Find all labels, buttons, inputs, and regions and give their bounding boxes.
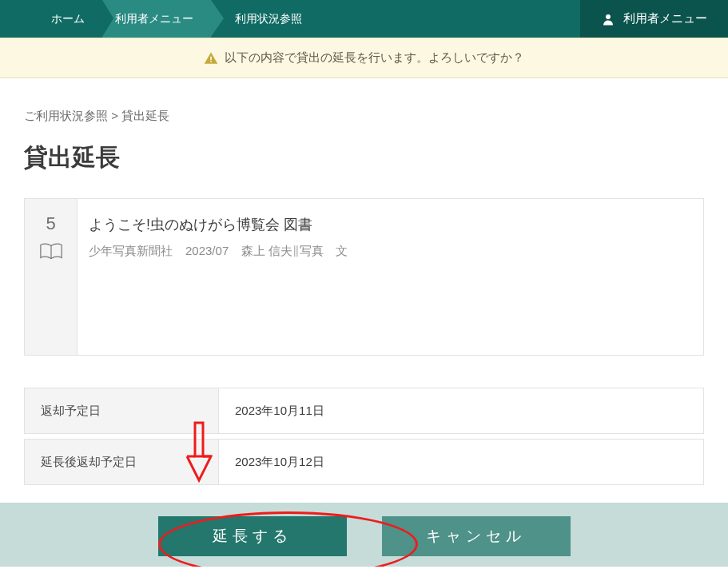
extend-button-label: 延長する xyxy=(213,526,292,547)
confirmation-banner: 以下の内容で貸出の延長を行います。よろしいですか？ xyxy=(0,38,728,78)
user-icon xyxy=(601,12,615,26)
return-date-row: 返却予定日 2023年10月11日 xyxy=(24,388,704,434)
nav-status-label: 利用状況参照 xyxy=(235,12,302,26)
loan-item-author: 森上 信夫∥写真 文 xyxy=(241,244,348,257)
svg-rect-2 xyxy=(210,61,212,62)
breadcrumb-parent[interactable]: ご利用状況参照 xyxy=(24,109,108,122)
cancel-button-label: キャンセル xyxy=(426,526,526,547)
nav-user-menu[interactable]: 利用者メニュー xyxy=(102,0,211,38)
svg-rect-1 xyxy=(210,56,212,60)
warning-icon xyxy=(204,51,218,66)
breadcrumb-sep: > xyxy=(108,109,121,122)
svg-point-0 xyxy=(606,14,611,19)
cancel-button[interactable]: キャンセル xyxy=(382,516,571,556)
confirmation-text: 以下の内容で貸出の延長を行います。よろしいですか？ xyxy=(225,50,524,66)
extend-button[interactable]: 延長する xyxy=(158,516,347,556)
nav-user-menu-label: 利用者メニュー xyxy=(115,12,193,26)
loan-item-card: 5 ようこそ!虫のぬけがら博覧会 図書 少年写真新聞社2023/07森上 信夫∥… xyxy=(24,198,704,356)
return-date-value: 2023年10月11日 xyxy=(219,388,703,433)
nav-status[interactable]: 利用状況参照 xyxy=(211,0,320,38)
loan-item-publisher: 少年写真新聞社 xyxy=(89,244,173,257)
nav-home[interactable]: ホーム xyxy=(38,0,102,38)
page-title: 貸出延長 xyxy=(24,141,704,174)
top-navbar: ホーム 利用者メニュー 利用状況参照 利用者メニュー xyxy=(0,0,728,38)
nav-home-label: ホーム xyxy=(51,12,85,26)
action-bar: 延長する キャンセル xyxy=(0,503,728,567)
breadcrumb-current: 貸出延長 xyxy=(121,109,169,122)
book-icon xyxy=(39,242,63,261)
extended-return-date-label: 延長後返却予定日 xyxy=(25,440,219,484)
return-date-label: 返却予定日 xyxy=(25,388,219,433)
loan-item-index-col: 5 xyxy=(25,199,78,355)
extended-return-date-value: 2023年10月12日 xyxy=(219,440,703,484)
breadcrumb: ご利用状況参照 > 貸出延長 xyxy=(24,109,704,124)
user-menu-label: 利用者メニュー xyxy=(623,11,707,26)
loan-item-title: ようこそ!虫のぬけがら博覧会 図書 xyxy=(89,215,687,234)
user-menu-button[interactable]: 利用者メニュー xyxy=(580,0,728,38)
extended-return-date-row: 延長後返却予定日 2023年10月12日 xyxy=(24,439,704,485)
loan-item-pubdate: 2023/07 xyxy=(185,244,229,257)
loan-item-meta: 少年写真新聞社2023/07森上 信夫∥写真 文 xyxy=(89,244,687,259)
loan-item-index: 5 xyxy=(46,213,55,234)
